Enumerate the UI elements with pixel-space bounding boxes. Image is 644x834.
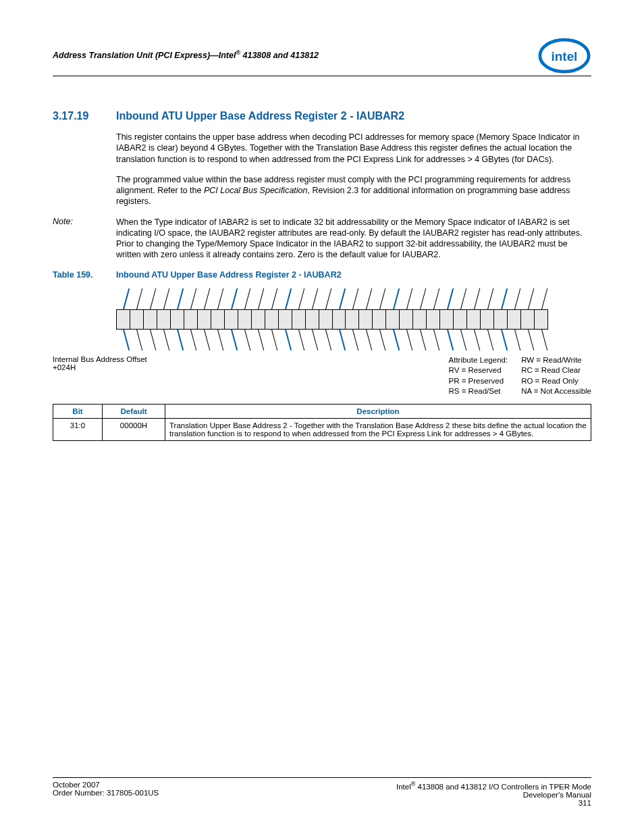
header-text-a: Address Translation Unit (PCI Express)—I… (53, 51, 236, 60)
page-header: Address Translation Unit (PCI Express)—I… (53, 37, 591, 76)
table-row: 31:0 00000H Translation Upper Base Addre… (53, 418, 591, 440)
footer-date: October 2007 (53, 781, 159, 789)
table-header-row: Bit Default Description (53, 404, 591, 418)
td-default: 00000H (103, 418, 165, 440)
legend-rv: RV = Reserved (449, 365, 508, 376)
legend-pr: PR = Preserved (449, 376, 508, 387)
footer-left: October 2007 Order Number: 317805-001US (53, 781, 159, 807)
register-table: Bit Default Description 31:0 00000H Tran… (53, 404, 591, 441)
header-title: Address Translation Unit (PCI Express)—I… (53, 49, 319, 60)
th-bit: Bit (53, 404, 103, 418)
footer-right: Intel® 413808 and 413812 I/O Controllers… (396, 781, 591, 807)
legend-ro: RO = Read Only (521, 376, 591, 387)
legend-rc: RC = Read Clear (521, 365, 591, 376)
note-text: When the Type indicator of IABAR2 is set… (116, 217, 591, 261)
para2-italic: PCI Local Bus Specification (204, 186, 308, 195)
paragraph-1: This register contains the upper base ad… (116, 132, 591, 165)
section-title: Inbound ATU Upper Base Address Register … (116, 110, 404, 122)
offset-label: Internal Bus Address Offset (53, 355, 147, 363)
table-title: Inbound ATU Upper Base Address Register … (116, 270, 342, 280)
intel-logo-icon: intel (537, 37, 591, 74)
offset-value: +024H (53, 363, 147, 371)
paragraph-2: The programmed value within the base add… (116, 174, 591, 207)
attribute-legend: Attribute Legend: RV = Reserved PR = Pre… (449, 355, 591, 397)
legend-na: NA = Not Accessible (521, 386, 591, 397)
legend-rs: RS = Read/Set (449, 386, 508, 397)
td-bit: 31:0 (53, 418, 103, 440)
td-description: Translation Upper Base Address 2 - Toget… (165, 418, 591, 440)
page-footer: October 2007 Order Number: 317805-001US … (53, 777, 591, 807)
bitfield-diagram (116, 288, 591, 351)
svg-text:intel: intel (552, 49, 578, 63)
section-number: 3.17.19 (53, 110, 101, 122)
footer-order: Order Number: 317805-001US (53, 789, 159, 797)
table-caption: Table 159. Inbound ATU Upper Base Addres… (53, 270, 591, 280)
th-description: Description (165, 404, 591, 418)
note-block: Note: When the Type indicator of IABAR2 … (53, 217, 591, 261)
diagram-meta: Internal Bus Address Offset +024H Attrib… (53, 355, 591, 397)
footer-product: Intel® 413808 and 413812 I/O Controllers… (396, 781, 591, 791)
note-label: Note: (53, 217, 101, 261)
offset-block: Internal Bus Address Offset +024H (53, 355, 147, 397)
legend-title: Attribute Legend: (449, 355, 508, 366)
header-text-b: 413808 and 413812 (240, 51, 319, 60)
section-heading: 3.17.19 Inbound ATU Upper Base Address R… (53, 110, 591, 122)
header-sup: ® (236, 49, 240, 56)
legend-rw: RW = Read/Write (521, 355, 591, 366)
table-number: Table 159. (53, 270, 101, 280)
footer-page: 311 (396, 799, 591, 807)
footer-manual: Developer's Manual (396, 791, 591, 799)
th-default: Default (103, 404, 165, 418)
